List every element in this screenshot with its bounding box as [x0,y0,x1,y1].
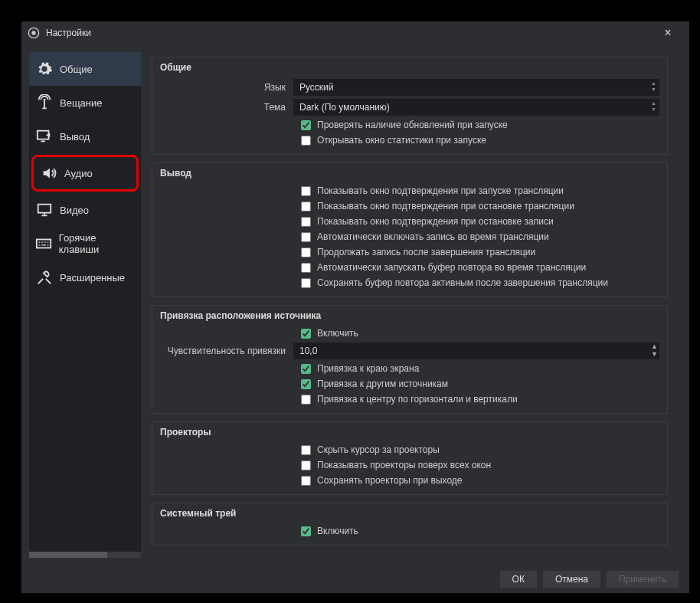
ok-button[interactable]: ОК [500,571,537,588]
sidebar-item-label: Вещание [60,97,103,109]
sidebar-item-audio-highlight: Аудио [31,155,139,192]
titlebar: Настройки × [21,21,689,44]
systray-enable-checkbox[interactable] [301,526,311,536]
check-updates-checkbox[interactable] [301,120,311,130]
tools-icon [35,268,54,287]
snap-enable-checkbox[interactable] [301,329,311,339]
language-select[interactable]: Русский▲▼ [293,79,659,96]
sidebar-item-output[interactable]: Вывод [29,120,141,153]
sidebar-item-label: Общие [60,64,93,75]
output-icon [35,127,54,146]
svg-rect-4 [38,205,51,213]
keyboard-icon [35,234,53,253]
sidebar-item-label: Аудио [64,168,93,179]
svg-point-1 [31,31,35,34]
window-title: Настройки [46,28,653,38]
output-c6-checkbox[interactable] [301,263,311,273]
sidebar-item-video[interactable]: Видео [29,193,141,227]
cancel-button[interactable]: Отмена [543,571,600,588]
antenna-icon [35,93,54,112]
group-title: Проекторы [152,422,667,442]
group-general: Общие Язык Русский▲▼ Тема Dark (По умолч… [152,57,668,155]
gear-icon [35,60,54,78]
language-label: Язык [160,82,293,93]
output-c1-checkbox[interactable] [301,186,311,196]
group-snapping: Привязка расположения источника Включить… [152,305,668,414]
group-title: Системный трей [152,503,667,523]
group-title: Вывод [152,163,667,183]
output-c4-checkbox[interactable] [301,232,311,242]
snap-screen-checkbox[interactable] [301,364,311,374]
sidebar-item-audio[interactable]: Аудио [34,157,136,189]
sidebar: Общие Вещание Вывод Аудио Видео [29,52,141,558]
obs-icon [28,27,40,39]
speaker-icon [40,164,58,182]
snap-sensitivity-spinner[interactable]: 10,0▲▼ [293,342,659,359]
group-systray: Системный трей Включить [152,503,668,546]
group-title: Привязка расположения источника [152,306,667,326]
sidebar-item-general[interactable]: Общие [29,52,141,86]
output-c3-checkbox[interactable] [301,217,311,227]
proj-hide-cursor-checkbox[interactable] [301,445,311,455]
monitor-icon [35,201,54,219]
output-c7-checkbox[interactable] [301,278,311,288]
output-c2-checkbox[interactable] [301,202,311,211]
apply-button[interactable]: Применить [607,571,679,588]
sidebar-scrollbar[interactable] [29,552,141,558]
sidebar-item-label: Видео [60,205,89,216]
settings-content[interactable]: Общие Язык Русский▲▼ Тема Dark (По умолч… [147,52,682,558]
theme-label: Тема [160,102,293,113]
group-projectors: Проекторы Скрыть курсор за проекторы Пок… [152,421,668,495]
close-button[interactable]: × [653,26,683,40]
open-stats-label: Открывать окно статистики при запуске [317,135,486,146]
open-stats-checkbox[interactable] [301,136,311,146]
sidebar-item-advanced[interactable]: Расширенные [29,261,141,294]
settings-window: Настройки × Общие Вещание Вывод Аудио [21,21,689,593]
check-updates-label: Проверять наличие обновлений при запуске [317,120,508,130]
output-c5-checkbox[interactable] [301,247,311,257]
sidebar-item-hotkeys[interactable]: Горячие клавиши [29,227,141,261]
sidebar-item-stream[interactable]: Вещание [29,86,141,120]
svg-rect-5 [37,240,51,248]
sidebar-item-label: Расширенные [60,272,125,283]
proj-on-top-checkbox[interactable] [301,460,311,470]
group-title: Общие [152,57,667,77]
proj-save-checkbox[interactable] [301,476,311,486]
svg-point-2 [44,99,46,101]
group-output: Вывод Показывать окно подтверждения при … [152,162,668,297]
snap-center-checkbox[interactable] [301,395,311,405]
snap-sensitivity-label: Чувствительность привязки [160,346,293,356]
dialog-footer: ОК Отмена Применить [21,565,689,593]
theme-select[interactable]: Dark (По умолчанию)▲▼ [293,99,659,116]
sidebar-item-label: Горячие клавиши [59,232,135,255]
snap-sources-checkbox[interactable] [301,379,311,389]
sidebar-item-label: Вывод [60,131,90,143]
